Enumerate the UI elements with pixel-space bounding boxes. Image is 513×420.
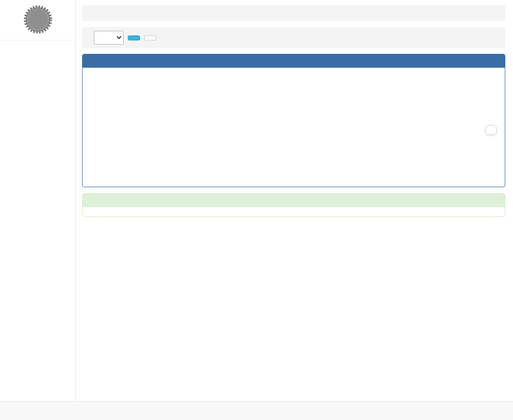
no-logo-badge-icon — [22, 4, 54, 35]
main-content — [76, 0, 513, 401]
sidebar — [0, 0, 76, 401]
profit-line-chart — [89, 82, 499, 174]
sidebar-menu — [0, 40, 75, 41]
detail-panel-title — [83, 194, 505, 207]
profit-chart — [83, 68, 505, 187]
chart-x-axis-title — [89, 174, 499, 185]
detail-report-panel — [82, 193, 505, 217]
chart-panel-title — [83, 54, 505, 68]
chart-tooltip — [485, 125, 497, 135]
app-window — [0, 0, 513, 401]
profit-chart-panel — [82, 54, 505, 187]
page-footer — [0, 401, 513, 420]
chart-y-axis-title — [89, 73, 499, 82]
this-year-button[interactable] — [144, 35, 156, 41]
year-select[interactable] — [94, 31, 124, 45]
logo — [0, 4, 75, 35]
breadcrumb — [82, 5, 505, 21]
detail-report-table-wrap — [83, 207, 505, 216]
view-report-button[interactable] — [128, 35, 140, 41]
report-filter-bar — [82, 27, 505, 48]
